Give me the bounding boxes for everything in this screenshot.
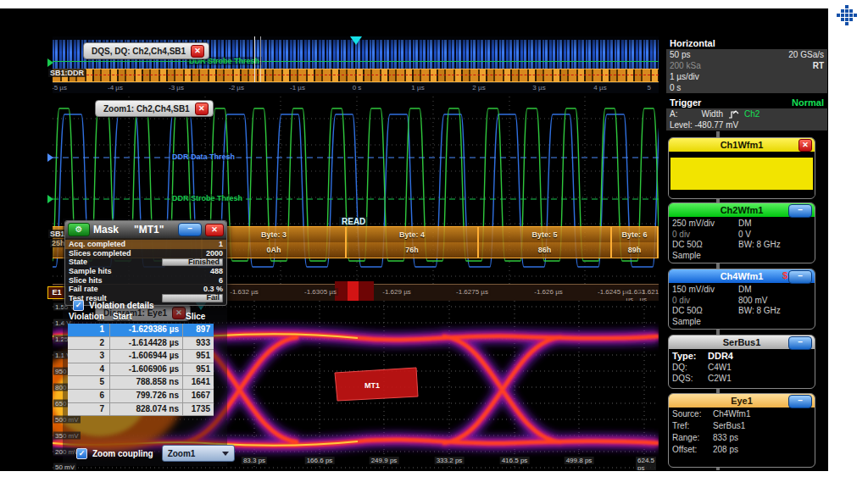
width-trigger-icon <box>728 109 739 119</box>
table-row[interactable]: 5788.858 ns1641 <box>68 376 214 390</box>
horizontal-panel[interactable]: Horizontal 50 ps 20 GSa/s 200 kSa RT 1 µ… <box>666 36 827 93</box>
bus-read-label: READ <box>339 217 368 226</box>
trigger-position-marker[interactable] <box>350 36 362 45</box>
axis-tick: 5 µs <box>648 84 655 93</box>
bus-frame-cell[interactable]: Byte: 4 <box>347 227 479 242</box>
result-value: 2000 <box>206 249 223 258</box>
eye1-box[interactable]: Eye1 Source:Ch4Wfm1 Tref:SerBus1 Range:8… <box>668 393 815 468</box>
record-length-value: 200 kSa <box>670 61 701 70</box>
table-row[interactable]: 3-1.606944 µs951 <box>68 350 214 363</box>
tab-zoom1[interactable]: Zoom1: Ch2,Ch4,SB1 <box>95 100 214 117</box>
tab-zoom1-label: Zoom1: Ch2,Ch4,SB1 <box>103 104 190 114</box>
mask-results: Acq. completed 1 Slices completed 2000 S… <box>65 238 226 305</box>
result-value: 1 <box>219 240 223 248</box>
trigger-mode-value: Normal <box>792 97 824 108</box>
result-label: Sample hits <box>69 267 112 275</box>
bus-value-cell[interactable]: 86h <box>479 242 612 258</box>
trigger-sequence-label: A: <box>670 109 677 119</box>
bus-value-cell[interactable]: 89h <box>612 242 659 258</box>
minimize-icon[interactable] <box>788 204 812 218</box>
result-value: Finished <box>162 258 223 267</box>
table-row[interactable]: 4-1.606906 µs951 <box>68 363 214 377</box>
trigger-level-value: Level: -480.77 mV <box>670 120 738 130</box>
result-label: Acq. completed <box>69 240 125 248</box>
mask-dialog[interactable]: Mask "MT1" Acq. completed 1 Slices compl… <box>64 220 227 306</box>
violation-table: Violation Start Slice 1-1.629386 µs897 2… <box>68 312 214 416</box>
table-row[interactable]: 6799.726 ns1667 <box>68 390 214 403</box>
table-row[interactable]: 7828.074 ns1735 <box>68 403 214 417</box>
acquisition-mode-value: RT <box>813 61 824 70</box>
mask-result-row: State Finished <box>65 258 226 267</box>
ch2wfm1-title: Ch2Wfm1 <box>721 205 764 215</box>
result-value: 6 <box>219 276 223 285</box>
table-row[interactable]: 1-1.629386 µs897 <box>68 324 214 337</box>
top-margin <box>0 0 868 8</box>
rohde-schwarz-logo <box>834 4 860 26</box>
axis-tick: -5 µs <box>53 84 67 92</box>
trigger-panel[interactable]: Trigger Normal A: Width Ch2 Level: -480.… <box>666 96 827 130</box>
t-axis-tick: 83.3 ps <box>242 457 267 464</box>
mask-name-label: "MT1" <box>134 224 164 236</box>
axis-tick: -1 µs <box>290 84 305 92</box>
ch2-marker-icon[interactable] <box>47 195 53 203</box>
bottom-margin <box>0 471 868 488</box>
result-value: Fail <box>162 294 223 302</box>
trigger-source-value: Ch2 <box>744 109 760 119</box>
mask-result-row: Acq. completed 1 <box>65 240 226 249</box>
zoom-coupling-row: Zoom coupling Zoom1 <box>76 445 231 462</box>
result-value: 488 <box>210 267 223 275</box>
t-axis-tick: 624.5 ps <box>636 457 656 470</box>
mask-result-row: Sample hits 488 <box>65 267 226 276</box>
minimize-icon[interactable] <box>788 336 812 350</box>
result-label: State <box>69 258 87 266</box>
close-icon[interactable] <box>191 45 204 58</box>
zoom-coupling-checkbox[interactable] <box>76 448 87 459</box>
right-margin <box>828 0 868 488</box>
ch1wfm1-title: Ch1Wfm1 <box>721 140 764 150</box>
serbus1-title: SerBus1 <box>723 337 761 347</box>
axis-tick: -1.6275 µs <box>454 288 490 296</box>
overview-data-threshold-line <box>53 75 659 75</box>
axis-tick: 2 µs <box>472 84 485 92</box>
axis-tick: -4 µs <box>108 84 123 92</box>
axis-tick: -2 µs <box>229 84 244 92</box>
axis-tick: -3 µs <box>169 84 184 92</box>
bus-value-cell[interactable]: 76h <box>347 242 479 258</box>
t-axis-tick: 499.8 ps <box>565 457 594 464</box>
minimize-icon[interactable] <box>178 223 202 236</box>
ch4-marker-icon[interactable] <box>47 153 53 162</box>
data-thresh-label: DDR Data Thresh <box>170 152 237 161</box>
result-value: 0.3 % <box>203 285 223 293</box>
tab-overview[interactable]: DQS, DQ: Ch2,Ch4,SB1 <box>83 42 209 59</box>
table-row[interactable]: 2-1.614428 µs933 <box>68 337 214 351</box>
ch1wfm1-box[interactable]: Ch1Wfm1 <box>668 137 815 199</box>
overview-time-axis: -5 µs -4 µs -3 µs -2 µs -1 µs 0 s 1 µs 2… <box>53 82 659 93</box>
gear-icon[interactable] <box>68 223 90 236</box>
close-icon[interactable] <box>205 224 224 236</box>
col-header: Slice <box>183 312 214 324</box>
serbus1-box[interactable]: SerBus1 Type:DDR4 DQ:C4W1 DQS:C2W1 <box>668 335 815 389</box>
minimize-icon[interactable] <box>788 395 812 408</box>
trigger-type-value: Width <box>701 109 723 119</box>
result-label: Slice hits <box>69 276 103 285</box>
close-icon[interactable] <box>798 139 812 152</box>
bus-frame-cell[interactable]: Byte: 5 <box>479 227 612 242</box>
ch2wfm1-box[interactable]: Ch2Wfm1 250 mV/divDM 0 div0 V DC 50ΩBW: … <box>668 202 815 263</box>
violation-details-checkbox[interactable] <box>73 300 84 311</box>
axis-tick: 0 s <box>353 84 362 92</box>
indicator-icon: $ <box>782 270 787 280</box>
mask-dialog-title: Mask <box>93 224 119 236</box>
ch2-marker-icon[interactable] <box>47 58 53 67</box>
mask-dialog-header[interactable]: Mask "MT1" <box>65 221 226 238</box>
minimize-icon[interactable] <box>788 270 812 284</box>
t-axis-tick: 249.9 ps <box>370 457 399 464</box>
result-label: Fail rate <box>69 285 98 293</box>
t-axis-tick: 333.2 ps <box>435 457 465 464</box>
overview-strobe-threshold-line <box>53 61 659 62</box>
zoom-coupling-dropdown[interactable]: Zoom1 <box>162 445 235 462</box>
bus-frame-cell[interactable]: Byte: 6 <box>612 227 659 242</box>
ch4wfm1-box[interactable]: Ch4Wfm1 $ 150 mV/divDM 0 div800 mV DC 50… <box>668 269 815 330</box>
close-icon[interactable] <box>195 103 209 115</box>
mask-violation-highlight[interactable] <box>335 281 374 301</box>
axis-tick: -1.632 µs <box>228 288 260 296</box>
